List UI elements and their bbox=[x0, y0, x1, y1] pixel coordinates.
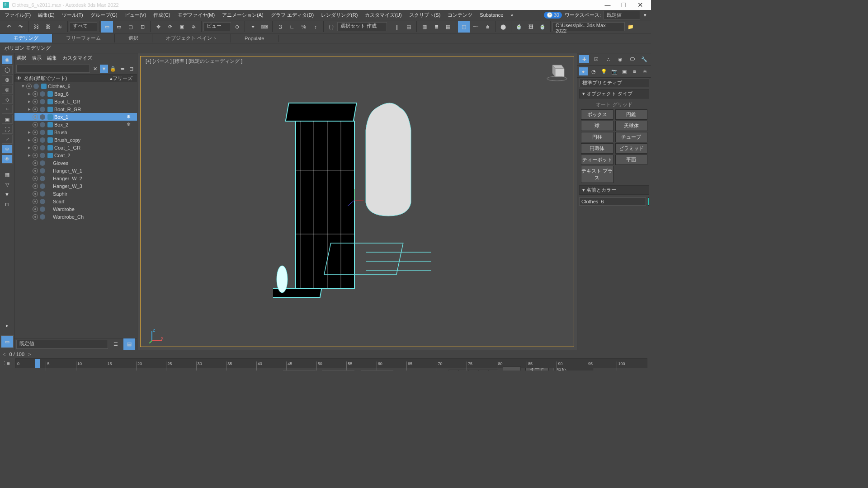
menu-group[interactable]: グループ(G) bbox=[87, 11, 121, 19]
tree-node[interactable]: Hanger_W_2 bbox=[14, 174, 137, 182]
zoom-extents-icon[interactable]: ⛶ bbox=[637, 368, 648, 371]
workspace-selector[interactable]: 既定値 bbox=[604, 11, 640, 19]
manipulate-icon[interactable]: ✦ bbox=[247, 21, 259, 33]
display-helpers-icon[interactable]: ◇ bbox=[2, 95, 13, 104]
display-spacewarps-icon[interactable]: ≈ bbox=[2, 105, 13, 114]
prim-box[interactable]: ボックス bbox=[581, 109, 613, 120]
link-icon[interactable]: ⛓ bbox=[30, 21, 42, 33]
clear-search-icon[interactable]: ✕ bbox=[91, 65, 99, 73]
timeline-config-icon[interactable]: ⋮≡ bbox=[0, 361, 12, 366]
utilities-tab-icon[interactable]: 🔧 bbox=[639, 55, 649, 63]
freeze-dot-icon[interactable] bbox=[40, 122, 45, 127]
scene-menu-edit[interactable]: 編集 bbox=[47, 55, 57, 61]
visibility-icon[interactable] bbox=[33, 145, 38, 150]
tree-node[interactable]: ▸Bag_6 bbox=[14, 90, 137, 98]
ribbon-tab-objectpaint[interactable]: オブジェクト ペイント bbox=[152, 34, 231, 42]
freeze-dot-icon[interactable] bbox=[40, 168, 45, 174]
ribbon-tab-selection[interactable]: 選択 bbox=[115, 34, 152, 42]
freeze-dot-icon[interactable] bbox=[40, 191, 45, 197]
lights-cat-icon[interactable]: 💡 bbox=[599, 67, 608, 75]
motion-tab-icon[interactable]: ◉ bbox=[615, 55, 625, 63]
visibility-icon[interactable] bbox=[33, 107, 38, 112]
toggle-scene-explorer-icon[interactable]: ▥ bbox=[419, 21, 430, 33]
menu-content[interactable]: コンテンツ bbox=[444, 11, 476, 19]
prim-teapot[interactable]: ティーポット bbox=[581, 155, 613, 165]
object-color-swatch[interactable] bbox=[648, 197, 649, 206]
display-options-icon[interactable]: ⊓ bbox=[2, 200, 13, 209]
dope-sheet-icon[interactable]: 〰 bbox=[470, 21, 481, 33]
menu-create[interactable]: 作成(C) bbox=[150, 11, 174, 19]
curve-editor-icon[interactable]: ◫ bbox=[458, 21, 470, 33]
pan-view-icon[interactable]: ✥ bbox=[599, 368, 610, 371]
tree-node[interactable]: Wardrobe_Ch bbox=[14, 213, 137, 221]
menu-modifier[interactable]: モデファイヤ(M) bbox=[174, 11, 219, 19]
freeze-dot-icon[interactable] bbox=[40, 137, 45, 143]
menu-script[interactable]: スクリプト(S) bbox=[406, 11, 444, 19]
tree-node[interactable]: ▸Brush_copy bbox=[14, 136, 137, 144]
scene-columns-header[interactable]: 👁 名前(昇順でソート) ▴ フリーズ bbox=[14, 74, 137, 82]
keyboard-shortcut-icon[interactable]: ⌨ bbox=[259, 21, 270, 33]
menu-view[interactable]: ビュー(V) bbox=[121, 11, 150, 19]
display-cameras-icon[interactable]: ◎ bbox=[2, 85, 13, 94]
tree-node[interactable]: Scarf bbox=[14, 197, 137, 205]
freeze-dot-icon[interactable] bbox=[40, 114, 45, 120]
visibility-icon[interactable] bbox=[33, 214, 38, 220]
frozen-icon[interactable]: ❄ bbox=[127, 114, 131, 120]
visibility-icon[interactable] bbox=[33, 199, 38, 204]
selection-lock-icon[interactable]: 🔒 bbox=[261, 368, 273, 371]
toggle-layer-explorer-icon[interactable]: ≣ bbox=[430, 21, 442, 33]
ribbon-tab-populate[interactable]: Populate bbox=[231, 35, 278, 42]
scene-search-input[interactable] bbox=[16, 65, 90, 73]
tree-node[interactable]: ▸Boot_R_GR bbox=[14, 105, 137, 113]
freeze-dot-icon[interactable] bbox=[40, 145, 45, 150]
frozen-icon[interactable]: ❄ bbox=[127, 122, 131, 127]
ribbon-tab-freeform[interactable]: フリーフォーム bbox=[52, 34, 115, 42]
freeze-dot-icon[interactable] bbox=[40, 183, 45, 189]
display-all-icon[interactable]: ▦ bbox=[2, 170, 13, 179]
schematic-view-icon[interactable]: ⋔ bbox=[481, 21, 493, 33]
menu-file[interactable]: ファイル(F) bbox=[1, 11, 34, 19]
prim-cylinder[interactable]: 円柱 bbox=[581, 132, 613, 142]
menu-edit[interactable]: 編集(E) bbox=[34, 11, 58, 19]
select-object-icon[interactable]: ▭ bbox=[101, 21, 113, 33]
tree-node[interactable]: Hanger_W_3 bbox=[14, 182, 137, 190]
tree-node[interactable]: Hanger_W_1 bbox=[14, 167, 137, 174]
tree-node[interactable]: ▸Coat_1_GR bbox=[14, 144, 137, 151]
pin-icon[interactable]: ⊟ bbox=[127, 65, 135, 73]
visibility-icon[interactable] bbox=[33, 160, 38, 166]
menu-customize[interactable]: カスタマイズ(U) bbox=[361, 11, 405, 19]
fov-icon[interactable]: ◧ bbox=[624, 368, 636, 371]
visibility-icon[interactable] bbox=[33, 130, 38, 135]
prim-textplus[interactable]: テキスト プラス bbox=[581, 166, 613, 183]
material-editor-icon[interactable]: ⬤ bbox=[497, 21, 509, 33]
layer-combo[interactable]: 既定値 bbox=[16, 340, 108, 349]
render-framewindow-icon[interactable]: 🖼 bbox=[525, 21, 537, 33]
autogrid-checkbox[interactable]: オート グリッド bbox=[579, 100, 649, 109]
move-icon[interactable]: ✥ bbox=[152, 21, 164, 33]
scene-menu-customize[interactable]: カスタマイズ bbox=[62, 55, 92, 61]
maximize-button[interactable]: ❐ bbox=[616, 2, 632, 9]
prim-geosphere[interactable]: 天球体 bbox=[615, 121, 648, 131]
visibility-icon[interactable] bbox=[33, 176, 38, 181]
isolate-icon[interactable]: ⛶ bbox=[245, 368, 257, 371]
prim-pyramid[interactable]: ピラミッド bbox=[615, 143, 648, 154]
toggle-ribbon-icon[interactable]: ▦ bbox=[442, 21, 454, 33]
close-button[interactable]: ✕ bbox=[632, 1, 648, 9]
freeze-dot-icon[interactable] bbox=[40, 107, 45, 112]
snap-toggle-icon[interactable]: 3 bbox=[274, 21, 286, 33]
display-frozen-icon[interactable]: 👁 bbox=[2, 155, 13, 164]
display-bone-icon[interactable]: ⟋ bbox=[2, 135, 13, 144]
bind-spacewarp-icon[interactable]: ≋ bbox=[54, 21, 66, 33]
freeze-dot-icon[interactable] bbox=[40, 91, 45, 97]
visibility-icon[interactable] bbox=[33, 183, 38, 189]
visibility-icon[interactable] bbox=[33, 191, 38, 197]
visibility-icon[interactable] bbox=[26, 84, 32, 89]
menu-tools[interactable]: ツール(T) bbox=[58, 11, 87, 19]
visibility-icon[interactable] bbox=[33, 168, 38, 174]
pivot-center-icon[interactable]: ⊙ bbox=[231, 21, 243, 33]
percent-snap-icon[interactable]: % bbox=[298, 21, 310, 33]
select-region-cross-icon[interactable]: ⊡ bbox=[137, 21, 148, 33]
visibility-icon[interactable] bbox=[33, 99, 38, 104]
scene-path[interactable]: C:\Users\pik...3ds Max 2022 bbox=[552, 22, 625, 31]
set-key-big-button[interactable]: 🔑+ bbox=[503, 366, 521, 371]
